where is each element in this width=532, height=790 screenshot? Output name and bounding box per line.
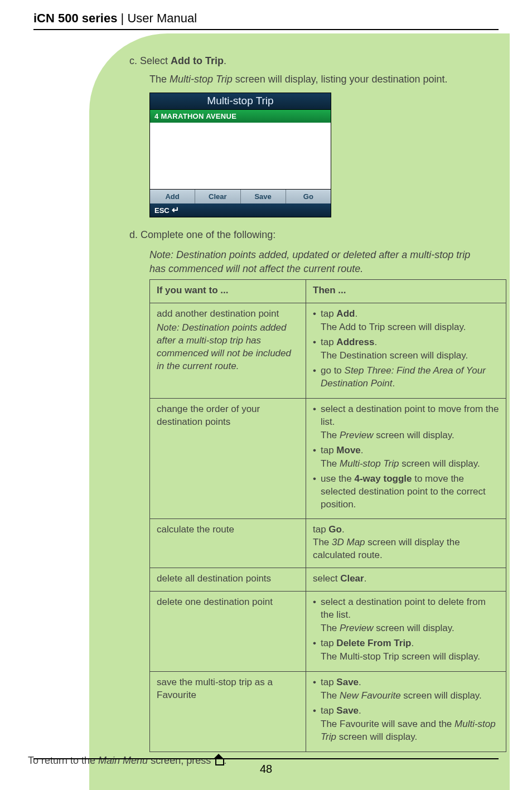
list-item: tap Delete From Trip.The Multi-stop Trip… bbox=[313, 637, 500, 663]
list-item: select a destination point to delete fro… bbox=[313, 596, 500, 635]
list-item: tap Save.The New Favourite screen will d… bbox=[313, 676, 500, 702]
table-row: add another destination pointNote: Desti… bbox=[150, 303, 506, 399]
table-right-cell: select a destination point to delete fro… bbox=[306, 592, 506, 672]
list-item: tap Save.The Favourite will save and the… bbox=[313, 705, 500, 744]
list-item: tap Move.The Multi-stop Trip screen will… bbox=[313, 444, 500, 471]
page-number: 48 bbox=[260, 763, 272, 775]
list-item: tap Address.The Destination screen will … bbox=[313, 336, 500, 362]
content-panel: c. Select Add to Trip. The Multi-stop Tr… bbox=[89, 33, 510, 790]
instruction-table: If you want to ... Then ... add another … bbox=[149, 279, 506, 752]
table-right-cell: tap Add.The Add to Trip screen will disp… bbox=[306, 303, 506, 399]
device-title: Multi-stop Trip bbox=[150, 93, 331, 110]
table-left-cell: add another destination pointNote: Desti… bbox=[150, 303, 306, 399]
table-left-cell: delete one destination point bbox=[150, 592, 306, 672]
table-right-cell: select Clear. bbox=[306, 568, 506, 592]
table-left-cell: calculate the route bbox=[150, 519, 306, 568]
list-item: use the 4-way toggle to move the selecte… bbox=[313, 473, 500, 511]
table-header-left: If you want to ... bbox=[150, 280, 306, 303]
table-row: delete one destination pointselect a des… bbox=[150, 592, 506, 672]
table-row: change the order of your destination poi… bbox=[150, 398, 506, 519]
device-list-item[interactable]: 4 MARATHON AVENUE bbox=[150, 110, 331, 123]
list-item: tap Add.The Add to Trip screen will disp… bbox=[313, 308, 500, 334]
table-row: calculate the routetap Go.The 3D Map scr… bbox=[150, 519, 506, 568]
device-body bbox=[150, 123, 331, 189]
table-header-right: Then ... bbox=[306, 280, 506, 303]
header-series: iCN 500 series bbox=[33, 11, 117, 25]
table-right-cell: tap Save.The New Favourite screen will d… bbox=[306, 671, 506, 752]
step-c-sub: The Multi-stop Trip screen will display,… bbox=[149, 72, 481, 87]
enter-icon: ↵ bbox=[172, 206, 179, 215]
page-footer: 48 bbox=[33, 758, 499, 776]
step-d: d. Complete one of the following: bbox=[129, 227, 481, 243]
device-esc-button[interactable]: ESC↵ bbox=[150, 203, 331, 217]
table-left-cell: save the multi-stop trip as a Favourite bbox=[150, 671, 306, 752]
table-left-cell: delete all destination points bbox=[150, 568, 306, 592]
device-add-button[interactable]: Add bbox=[150, 190, 195, 203]
table-left-cell: change the order of your destination poi… bbox=[150, 398, 306, 519]
header-rest: | User Manual bbox=[117, 11, 197, 25]
step-c: c. Select Add to Trip. bbox=[118, 54, 481, 69]
table-row: delete all destination pointsselect Clea… bbox=[150, 568, 506, 592]
device-go-button[interactable]: Go bbox=[286, 190, 331, 203]
table-right-cell: tap Go.The 3D Map screen will display th… bbox=[306, 519, 506, 568]
list-item: select a destination point to move from … bbox=[313, 403, 500, 442]
device-screenshot: Multi-stop Trip 4 MARATHON AVENUE Add Cl… bbox=[149, 93, 331, 217]
list-item: go to Step Three: Find the Area of Your … bbox=[313, 365, 500, 390]
page-header: iCN 500 series | User Manual bbox=[33, 11, 499, 30]
device-save-button[interactable]: Save bbox=[241, 190, 286, 203]
table-row: save the multi-stop trip as a Favouritet… bbox=[150, 671, 506, 752]
device-clear-button[interactable]: Clear bbox=[195, 190, 240, 203]
note: Note: Destination points added, updated … bbox=[149, 248, 481, 276]
table-right-cell: select a destination point to move from … bbox=[306, 398, 506, 519]
